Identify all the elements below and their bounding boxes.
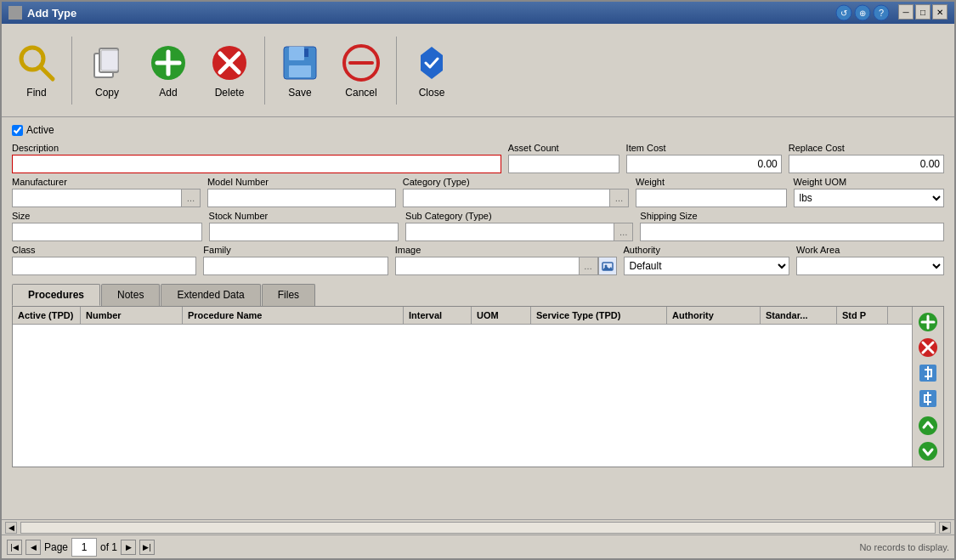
svg-point-37 bbox=[919, 416, 937, 435]
model-number-input[interactable] bbox=[207, 189, 396, 207]
save-icon bbox=[280, 42, 320, 83]
window-title: Add Type bbox=[27, 7, 76, 20]
page-number-input[interactable] bbox=[71, 538, 97, 557]
manufacturer-browse[interactable]: … bbox=[182, 189, 201, 207]
class-input[interactable] bbox=[12, 257, 196, 275]
scroll-right-button[interactable]: ▶ bbox=[939, 522, 951, 534]
minimize-button[interactable]: ─ bbox=[898, 4, 914, 20]
restore-button[interactable]: □ bbox=[915, 4, 931, 20]
grid-up-button[interactable] bbox=[916, 414, 940, 438]
svg-text:⊕: ⊕ bbox=[859, 8, 866, 18]
scroll-left-button[interactable]: ◀ bbox=[5, 522, 17, 534]
class-group: Class bbox=[12, 245, 196, 275]
pin-icon[interactable]: ⊕ bbox=[854, 4, 871, 21]
delete-button[interactable]: Delete bbox=[200, 37, 259, 105]
image-group: Image … bbox=[395, 245, 617, 275]
add-button[interactable]: Add bbox=[139, 37, 198, 105]
col-service-type: Service Type (TPD) bbox=[531, 307, 667, 324]
nav-icon[interactable]: ↺ bbox=[835, 4, 852, 21]
replace-cost-input[interactable] bbox=[789, 155, 944, 173]
grid-delete-button[interactable] bbox=[916, 336, 940, 359]
col-authority: Authority bbox=[667, 307, 761, 324]
col-standard: Standar... bbox=[761, 307, 837, 324]
size-input[interactable] bbox=[12, 223, 202, 241]
weight-input[interactable] bbox=[636, 189, 787, 207]
weight-label: Weight bbox=[636, 177, 787, 187]
separator-2 bbox=[264, 37, 265, 105]
family-input[interactable] bbox=[203, 257, 387, 275]
cancel-button[interactable]: Cancel bbox=[331, 37, 391, 105]
save-button[interactable]: Save bbox=[270, 37, 330, 105]
size-group: Size bbox=[12, 211, 202, 241]
delete-icon bbox=[209, 42, 250, 83]
image-input[interactable] bbox=[395, 257, 580, 275]
category-browse[interactable]: … bbox=[610, 189, 629, 207]
grid-export-button[interactable] bbox=[916, 361, 940, 385]
last-page-button[interactable]: ▶| bbox=[139, 540, 155, 555]
work-area-group: Work Area bbox=[796, 245, 944, 275]
grid-down-button[interactable] bbox=[916, 439, 940, 463]
close-button[interactable]: ✕ bbox=[932, 4, 948, 20]
item-cost-input[interactable] bbox=[626, 155, 782, 173]
description-input[interactable] bbox=[12, 155, 501, 173]
close-form-button[interactable]: Close bbox=[402, 37, 461, 105]
grid-add-button[interactable] bbox=[916, 310, 940, 334]
toolbar: Find Copy Add bbox=[2, 24, 954, 117]
active-row: Active bbox=[12, 124, 944, 136]
tab-procedures[interactable]: Procedures bbox=[12, 284, 100, 306]
col-procedure-name: Procedure Name bbox=[183, 307, 404, 324]
horizontal-scrollbar[interactable] bbox=[20, 522, 936, 534]
svg-point-38 bbox=[919, 442, 937, 461]
authority-label: Authority bbox=[624, 245, 790, 255]
image-browse[interactable]: … bbox=[580, 257, 598, 275]
of-label: of 1 bbox=[100, 541, 117, 553]
model-number-label: Model Number bbox=[207, 177, 396, 187]
active-checkbox[interactable] bbox=[12, 125, 23, 136]
next-page-button[interactable]: ▶ bbox=[121, 540, 136, 555]
active-label: Active bbox=[26, 124, 54, 136]
tab-files[interactable]: Files bbox=[262, 284, 315, 306]
col-number: Number bbox=[81, 307, 183, 324]
prev-page-button[interactable]: ◀ bbox=[25, 540, 41, 555]
sub-category-browse[interactable]: … bbox=[614, 223, 633, 241]
category-input[interactable] bbox=[403, 189, 610, 207]
first-page-button[interactable]: |◀ bbox=[7, 540, 22, 555]
copy-label: Copy bbox=[95, 87, 119, 99]
add-label: Add bbox=[159, 87, 177, 99]
grid-import-button[interactable] bbox=[916, 387, 940, 410]
tab-extended-data[interactable]: Extended Data bbox=[161, 284, 260, 306]
svg-rect-21 bbox=[304, 48, 308, 57]
asset-count-input[interactable] bbox=[508, 155, 619, 173]
stock-number-input[interactable] bbox=[209, 223, 399, 241]
manufacturer-input[interactable] bbox=[12, 189, 182, 207]
work-area-select[interactable] bbox=[796, 257, 944, 275]
help-icon[interactable]: ? bbox=[873, 4, 890, 21]
sub-category-input[interactable] bbox=[405, 223, 614, 241]
family-label: Family bbox=[203, 245, 387, 255]
shipping-size-input[interactable] bbox=[640, 223, 944, 241]
find-icon bbox=[16, 42, 57, 83]
weight-group: Weight bbox=[636, 177, 787, 207]
pagination-row: |◀ ◀ Page of 1 ▶ ▶| No records to displa… bbox=[2, 535, 954, 558]
svg-line-8 bbox=[41, 67, 53, 79]
image-preview[interactable] bbox=[598, 257, 617, 275]
grid-body bbox=[13, 325, 912, 467]
tab-notes[interactable]: Notes bbox=[101, 284, 160, 306]
active-checkbox-label[interactable]: Active bbox=[12, 124, 54, 136]
grid-header: Active (TPD) Number Procedure Name Inter… bbox=[13, 307, 912, 325]
find-label: Find bbox=[26, 87, 46, 99]
svg-rect-0 bbox=[8, 6, 22, 20]
window-icon bbox=[8, 6, 22, 20]
page-label: Page bbox=[44, 541, 68, 553]
col-uom: UOM bbox=[472, 307, 531, 324]
title-bar: Add Type ↺ ⊕ ? ─ □ ✕ bbox=[2, 2, 954, 24]
size-label: Size bbox=[12, 211, 202, 221]
authority-select[interactable]: Default bbox=[624, 257, 790, 275]
find-button[interactable]: Find bbox=[7, 37, 66, 105]
weight-uom-select[interactable]: lbs kg oz bbox=[794, 189, 945, 207]
copy-button[interactable]: Copy bbox=[77, 37, 137, 105]
form-row-2: Manufacturer … Model Number Category (Ty… bbox=[12, 177, 944, 207]
add-icon bbox=[148, 42, 189, 83]
class-label: Class bbox=[12, 245, 196, 255]
model-number-group: Model Number bbox=[207, 177, 396, 207]
